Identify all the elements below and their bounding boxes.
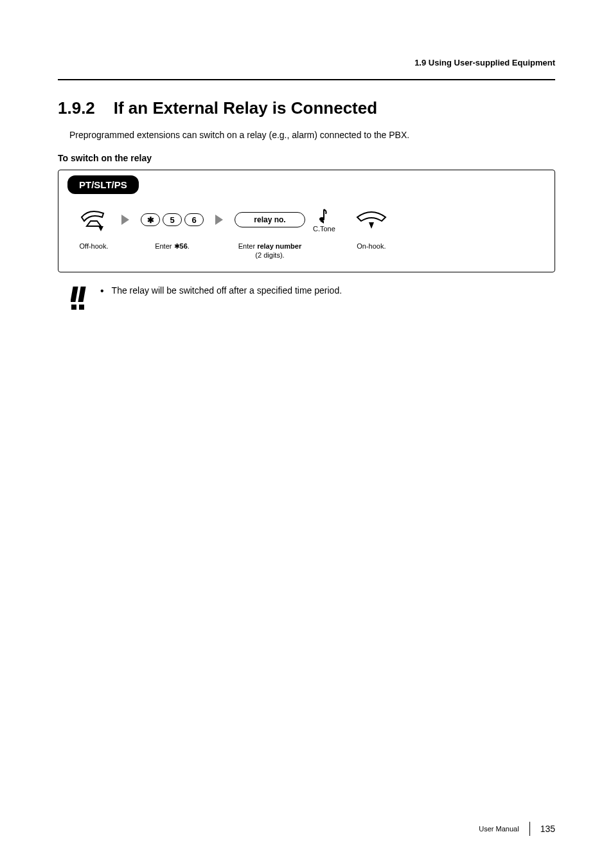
- note-text-block: • The relay will be switched off after a…: [100, 285, 342, 296]
- relay-label-prefix: Enter: [238, 242, 257, 250]
- section-title: 1.9.2 If an External Relay is Connected: [58, 98, 555, 118]
- procedure-subheading: To switch on the relay: [58, 153, 555, 163]
- relay-no-label: Enter relay number (2 digits).: [238, 242, 301, 260]
- step-offhook: Off-hook.: [78, 204, 110, 251]
- enter-code-suffix: .: [188, 242, 190, 250]
- svg-point-1: [319, 217, 324, 221]
- onhook-label: On-hook.: [357, 242, 386, 251]
- svg-rect-5: [78, 287, 85, 302]
- key-group: ✱ 5 6: [141, 213, 204, 226]
- section-number: 1.9.2: [58, 98, 95, 118]
- device-tab: PT/SLT/PS: [67, 175, 139, 194]
- footer-page-number: 135: [540, 824, 555, 834]
- svg-rect-6: [71, 305, 76, 310]
- enter-code-value: 56: [180, 242, 188, 250]
- step-ctone: C.Tone: [313, 204, 335, 251]
- ctone-label: C.Tone: [313, 225, 335, 233]
- exclamation-icon: [71, 285, 90, 312]
- svg-marker-0: [98, 226, 103, 231]
- key-5: 5: [163, 213, 182, 226]
- step-enter-code: ✱ 5 6 Enter ✱56.: [141, 204, 204, 251]
- svg-rect-4: [71, 287, 78, 302]
- arrow-icon: [215, 215, 223, 225]
- page-footer: User Manual 135: [479, 822, 555, 836]
- offhook-label: Off-hook.: [79, 242, 108, 251]
- relay-no-pill: relay no.: [235, 212, 305, 227]
- key-6: 6: [184, 213, 204, 226]
- header-rule: [58, 79, 555, 80]
- note-text: The relay will be switched off after a s…: [112, 285, 342, 296]
- relay-label-bold: relay number: [257, 242, 301, 250]
- step-relay-no: relay no. Enter relay number (2 digits).: [235, 204, 305, 260]
- footer-divider: [529, 822, 530, 836]
- onhook-icon: [353, 208, 389, 231]
- enter-code-label: Enter ✱56.: [155, 242, 190, 251]
- ctone-icon: [317, 207, 331, 224]
- offhook-icon: [78, 207, 110, 233]
- arrow-icon: [121, 215, 129, 225]
- svg-rect-7: [79, 305, 84, 310]
- relay-label-line2: (2 digits).: [255, 251, 284, 259]
- steps-row: Off-hook. ✱ 5 6 Enter ✱56.: [70, 204, 543, 260]
- note-row: • The relay will be switched off after a…: [71, 285, 555, 312]
- note-bullet: •: [100, 286, 104, 296]
- header-breadcrumb: 1.9 Using User-supplied Equipment: [58, 58, 555, 67]
- section-heading: If an External Relay is Connected: [114, 98, 377, 118]
- svg-marker-2: [320, 221, 324, 224]
- key-star: ✱: [141, 213, 160, 226]
- intro-paragraph: Preprogrammed extensions can switch on a…: [69, 130, 555, 140]
- step-onhook: On-hook.: [353, 204, 389, 251]
- svg-marker-3: [369, 222, 374, 229]
- enter-code-prefix: Enter: [155, 242, 173, 250]
- footer-doc-name: User Manual: [479, 825, 519, 833]
- procedure-box: PT/SLT/PS Off-hook. ✱: [58, 170, 555, 272]
